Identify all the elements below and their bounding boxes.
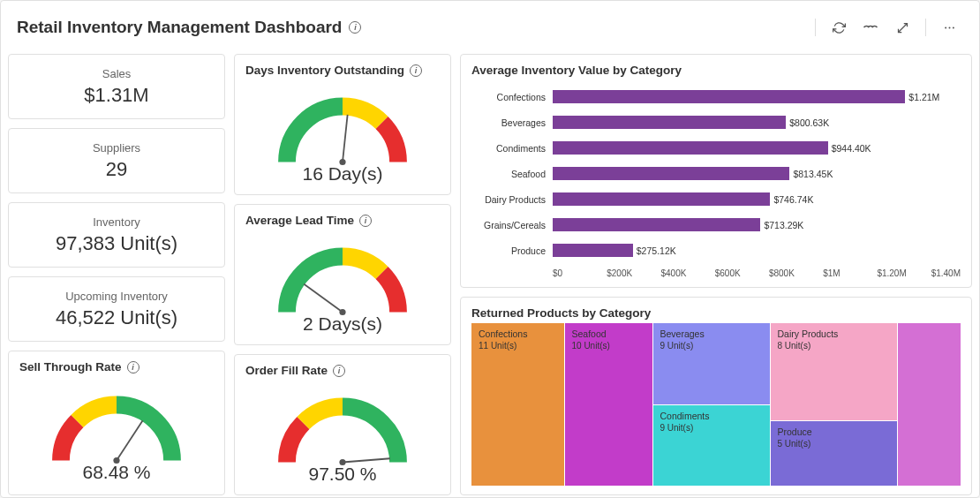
more-icon: [943, 21, 956, 34]
treemap-col: Confections11 Unit(s): [471, 323, 564, 486]
link-icon: [863, 22, 878, 33]
gauge-chart: [263, 382, 422, 471]
info-icon[interactable]: i: [333, 365, 345, 377]
bar-row: Produce $275.12K: [471, 242, 961, 260]
bar-label: Dairy Products: [471, 194, 553, 205]
cell-name: Dairy Products: [778, 328, 890, 339]
expand-button[interactable]: [888, 13, 916, 42]
svg-point-1: [948, 26, 950, 28]
bar-label: Grains/Cereals: [471, 220, 553, 230]
kpi-inventory: Inventory 97,383 Unit(s): [8, 202, 225, 268]
cell-value: 10 Unit(s): [572, 341, 645, 351]
svg-point-0: [945, 26, 946, 28]
bar-fill: [553, 90, 905, 103]
treemap-cell[interactable]: [898, 323, 961, 486]
refresh-button[interactable]: [825, 13, 853, 42]
gauge-leadtime: Average Lead Timei 2 Days(s): [234, 204, 451, 345]
info-icon[interactable]: i: [359, 215, 372, 227]
bar-track: $1.21M: [553, 90, 961, 103]
bar-label: Produce: [471, 245, 553, 256]
info-icon[interactable]: i: [410, 64, 422, 77]
bar-value: $944.40K: [828, 141, 871, 155]
bar-value: $1.21M: [905, 90, 939, 103]
bar-fill: [553, 167, 789, 180]
card-title: Average Lead Timei: [245, 214, 440, 227]
axis-tick: $400K: [660, 268, 714, 278]
bar-value: $713.29K: [760, 218, 803, 231]
card-title: Average Inventory Value by Category: [471, 64, 961, 77]
kpi-suppliers: Suppliers 29: [8, 128, 225, 193]
gauge-fillrate: Order Fill Ratei 97.50 %: [234, 354, 451, 495]
treemap-card: Returned Products by Category Confection…: [460, 297, 972, 495]
col-right: Average Inventory Value by Category Conf…: [460, 54, 972, 495]
kpi-upcoming: Upcoming Inventory 46,522 Unit(s): [8, 276, 225, 342]
gauge-chart: [37, 381, 196, 469]
bar-fill: [553, 116, 786, 129]
kpi-label: Sales: [19, 67, 214, 80]
treemap-chart: Confections11 Unit(s)Seafood10 Unit(s)Be…: [471, 323, 961, 486]
bar-chart-card: Average Inventory Value by Category Conf…: [460, 54, 972, 288]
cell-name: Seafood: [572, 328, 645, 339]
bar-row: Confections $1.21M: [471, 88, 961, 106]
cell-name: Condiments: [660, 411, 763, 421]
more-button[interactable]: [935, 13, 963, 42]
bar-track: $713.29K: [553, 218, 961, 231]
bar-value: $813.45K: [789, 167, 833, 180]
treemap-col: Seafood10 Unit(s): [565, 323, 652, 486]
info-icon[interactable]: i: [127, 361, 139, 374]
info-icon[interactable]: i: [349, 21, 361, 34]
bar-value: $275.12K: [633, 244, 676, 257]
bar-value: $746.74K: [770, 192, 813, 206]
cell-value: 5 Unit(s): [778, 439, 890, 449]
gauge-chart: [263, 82, 422, 170]
bar-chart: Confections $1.21M Beverages $800.63K Co…: [471, 80, 961, 267]
treemap-cell[interactable]: Produce5 Unit(s): [771, 421, 897, 486]
dashboard-root: Retail Inventory Management Dashboard i …: [0, 0, 980, 498]
header: Retail Inventory Management Dashboard i: [8, 8, 972, 47]
link-button[interactable]: [856, 13, 885, 42]
kpi-value: 97,383 Unit(s): [19, 232, 214, 255]
svg-line-3: [117, 420, 143, 460]
axis-tick: $1.40M: [931, 268, 961, 278]
bar-label: Beverages: [471, 117, 553, 128]
gauge-dio: Days Inventory Outstandingi 16 Day(s): [234, 54, 451, 195]
title-text: Sell Through Rate: [19, 360, 122, 374]
bar-label: Confections: [471, 92, 553, 102]
treemap-col: Beverages9 Unit(s)Condiments9 Unit(s): [653, 323, 770, 486]
gauge-value: 2 Days(s): [303, 313, 382, 335]
bar-row: Grains/Cereals $713.29K: [471, 216, 961, 234]
card-title: Returned Products by Category: [471, 306, 961, 320]
expand-icon: [896, 21, 909, 34]
cell-name: Produce: [778, 426, 890, 437]
bar-value: $800.63K: [786, 116, 829, 129]
col-gauges: Days Inventory Outstandingi 16 Day(s) Av…: [234, 54, 451, 495]
svg-line-7: [304, 283, 343, 312]
cell-name: Confections: [479, 328, 557, 339]
treemap-col: [898, 323, 961, 486]
kpi-sales: Sales $1.31M: [8, 54, 225, 119]
cell-value: 8 Unit(s): [778, 341, 890, 351]
bar-fill: [553, 244, 633, 257]
refresh-icon: [833, 21, 846, 34]
gauge-value: 97.50 %: [308, 464, 376, 485]
divider: [925, 19, 926, 36]
divider: [815, 19, 816, 36]
treemap-col: Dairy Products8 Unit(s)Produce5 Unit(s): [771, 323, 897, 486]
treemap-cell[interactable]: Condiments9 Unit(s): [653, 405, 770, 486]
page-title: Retail Inventory Management Dashboard i: [17, 18, 361, 37]
treemap-cell[interactable]: Confections11 Unit(s): [471, 323, 564, 486]
svg-line-5: [343, 114, 348, 162]
kpi-label: Upcoming Inventory: [19, 290, 214, 303]
title-text: Days Inventory Outstanding: [245, 64, 404, 77]
title-text: Average Lead Time: [245, 214, 354, 227]
bar-track: $813.45K: [553, 167, 961, 180]
cell-value: 9 Unit(s): [660, 341, 763, 351]
axis-tick: $1.20M: [877, 268, 931, 278]
treemap-cell[interactable]: Dairy Products8 Unit(s): [771, 323, 897, 420]
treemap-cell[interactable]: Seafood10 Unit(s): [565, 323, 652, 486]
grid: Sales $1.31M Suppliers 29 Inventory 97,3…: [8, 54, 972, 495]
gauge-sellthru: Sell Through Ratei 68.48 %: [8, 351, 225, 495]
treemap-cell[interactable]: Beverages9 Unit(s): [653, 323, 770, 404]
gauge-chart: [263, 232, 422, 321]
svg-line-9: [343, 458, 390, 462]
